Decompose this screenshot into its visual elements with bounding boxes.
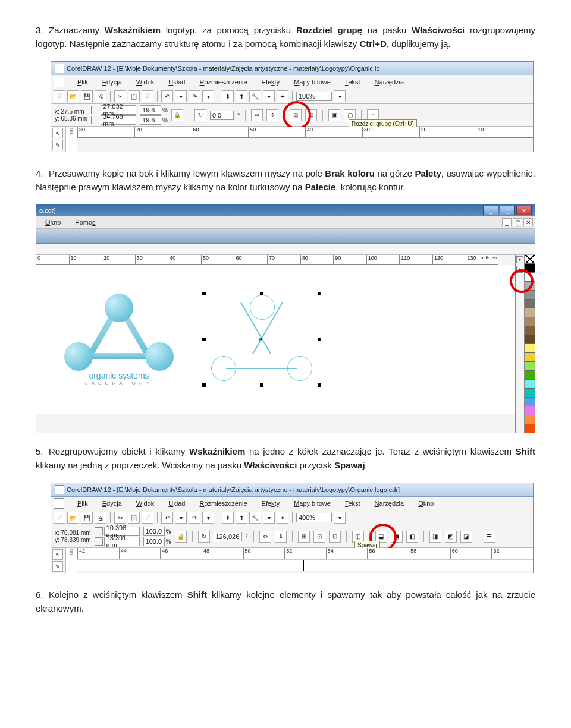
menu-narzedzia[interactable]: Narzędzia	[368, 499, 412, 508]
menu-rozmieszczenie[interactable]: Rozmieszczenie	[192, 499, 254, 508]
minimize-button[interactable]: _	[483, 206, 498, 215]
height-field[interactable]: 13.391 mm	[104, 537, 140, 546]
menu-uklad[interactable]: Układ	[161, 77, 192, 87]
color-well[interactable]	[525, 415, 535, 424]
ungroup-icon[interactable]: ⊡	[313, 531, 325, 543]
color-well[interactable]	[525, 273, 535, 282]
launch-dd-icon[interactable]: ▾	[263, 90, 275, 102]
save-icon[interactable]: 💾	[81, 512, 93, 524]
ungroup-all-icon[interactable]: ⊡	[305, 109, 317, 121]
color-well[interactable]	[525, 317, 535, 326]
group-icon[interactable]: ⊞	[298, 531, 310, 543]
color-well[interactable]	[525, 335, 535, 344]
pick-tool-icon[interactable]: ↖	[52, 549, 63, 560]
docker-toggle-icon[interactable]: ▸	[516, 256, 523, 263]
color-well[interactable]	[525, 344, 535, 353]
menu-widok[interactable]: Widok	[129, 499, 162, 508]
zoom-field[interactable]: 400%	[296, 513, 332, 522]
paste-icon[interactable]: 📄	[142, 90, 153, 102]
zoom-dd-icon[interactable]: ▾	[334, 90, 346, 102]
canvas[interactable]: organic systems LABORATORY	[36, 265, 515, 414]
menu-mapy[interactable]: Mapy bitowe	[287, 77, 338, 87]
rotation-field[interactable]: 0,0	[210, 111, 234, 120]
mdi-close-icon[interactable]: ✕	[523, 218, 533, 226]
export-icon[interactable]: ⬆	[236, 90, 247, 102]
zoom-dd-icon[interactable]: ▾	[334, 512, 346, 524]
color-well[interactable]	[525, 424, 535, 433]
mdi-icon[interactable]	[54, 498, 64, 509]
undo-icon[interactable]: ↶	[161, 512, 173, 524]
launch-dd-icon[interactable]: ▾	[263, 512, 275, 524]
cut-icon[interactable]: ✂	[114, 512, 126, 524]
back-minus-icon[interactable]: ◪	[460, 531, 472, 543]
tofront-icon[interactable]: ▣	[328, 109, 340, 121]
ungroup-icon[interactable]: ⊞	[290, 109, 302, 121]
color-well[interactable]	[525, 371, 535, 380]
redo-icon[interactable]: ↷	[189, 512, 200, 524]
scaley-field[interactable]: 19.6	[140, 115, 161, 125]
copy-icon[interactable]: 📋	[128, 90, 140, 102]
align-icon[interactable]: ☰	[484, 531, 495, 543]
trim-icon[interactable]: ⬔	[391, 531, 403, 543]
menu-plik[interactable]: Plik	[70, 499, 95, 508]
menu-efekty[interactable]: Efekty	[255, 77, 287, 87]
menu-rozmieszczenie[interactable]: Rozmieszczenie	[192, 77, 254, 87]
menu-mapy[interactable]: Mapy bitowe	[287, 499, 338, 508]
menu-widok[interactable]: Widok	[129, 77, 162, 87]
menu-edycja[interactable]: Edycja	[95, 499, 129, 508]
intersect-icon[interactable]: ◧	[406, 531, 418, 543]
color-well[interactable]	[525, 282, 535, 291]
color-well[interactable]	[525, 264, 535, 273]
menu-okno[interactable]: Okno	[38, 218, 68, 227]
mdi-icon[interactable]	[54, 77, 64, 87]
mirror-v-icon[interactable]: ⇕	[275, 531, 287, 543]
undo-dd-icon[interactable]: ▾	[175, 90, 187, 102]
redo-dd-icon[interactable]: ▾	[202, 512, 214, 524]
launch-icon[interactable]: 🔧	[249, 90, 261, 102]
import-icon[interactable]: ⬇	[222, 512, 234, 524]
menu-uklad[interactable]: Układ	[161, 499, 192, 508]
scalex-field[interactable]: 100.0	[143, 527, 165, 536]
mirror-v-icon[interactable]: ⇕	[266, 109, 278, 121]
color-well[interactable]	[525, 326, 535, 335]
mdi-max-icon[interactable]: ▢	[513, 218, 522, 226]
new-icon[interactable]: 📄	[54, 90, 65, 102]
menu-pomoc[interactable]: Pomoc	[68, 218, 102, 227]
app-launcher-icon[interactable]: ✦	[277, 90, 288, 102]
import-icon[interactable]: ⬇	[222, 90, 234, 102]
launch-icon[interactable]: 🔧	[249, 512, 261, 524]
color-well[interactable]	[525, 380, 535, 389]
color-well[interactable]	[525, 291, 535, 300]
color-well[interactable]	[525, 389, 535, 398]
mdi-min-icon[interactable]: _	[502, 218, 512, 226]
color-well[interactable]	[525, 300, 535, 308]
save-icon[interactable]: 💾	[81, 90, 93, 102]
color-well[interactable]	[525, 406, 535, 415]
pick-tool-icon[interactable]: ↖	[52, 128, 63, 138]
zoom-field[interactable]: 100%	[296, 92, 332, 101]
color-well[interactable]	[525, 398, 535, 406]
ungroup-all-icon[interactable]: ⊡	[329, 531, 341, 543]
scalex-field[interactable]: 19.6	[140, 105, 161, 115]
no-color-well[interactable]	[525, 255, 535, 264]
menu-tekst[interactable]: Tekst	[338, 499, 368, 508]
color-well[interactable]	[525, 353, 535, 362]
cut-icon[interactable]: ✂	[114, 90, 126, 102]
paste-icon[interactable]: 📄	[142, 512, 153, 524]
maximize-button[interactable]: ▢	[500, 206, 515, 215]
open-icon[interactable]: 📂	[67, 512, 79, 524]
height-field[interactable]: 34.768 mm	[101, 115, 136, 125]
shape-tool-icon[interactable]: ✎	[52, 561, 63, 572]
shape-tool-icon[interactable]: ✎	[52, 140, 63, 150]
app-launcher-icon[interactable]: ✦	[277, 512, 288, 524]
undo-dd-icon[interactable]: ▾	[175, 512, 187, 524]
simplify-icon[interactable]: ◨	[429, 531, 441, 543]
menu-efekty[interactable]: Efekty	[255, 499, 287, 508]
color-well[interactable]	[525, 308, 535, 317]
logo-outline-selected[interactable]: ✕	[202, 292, 321, 387]
color-well[interactable]	[525, 362, 535, 371]
menu-plik[interactable]: Plik	[70, 77, 95, 87]
palette-up-icon[interactable]: ▴	[516, 266, 523, 273]
redo-icon[interactable]: ↷	[189, 90, 200, 102]
menu-narzedzia[interactable]: Narzędzia	[368, 77, 412, 87]
